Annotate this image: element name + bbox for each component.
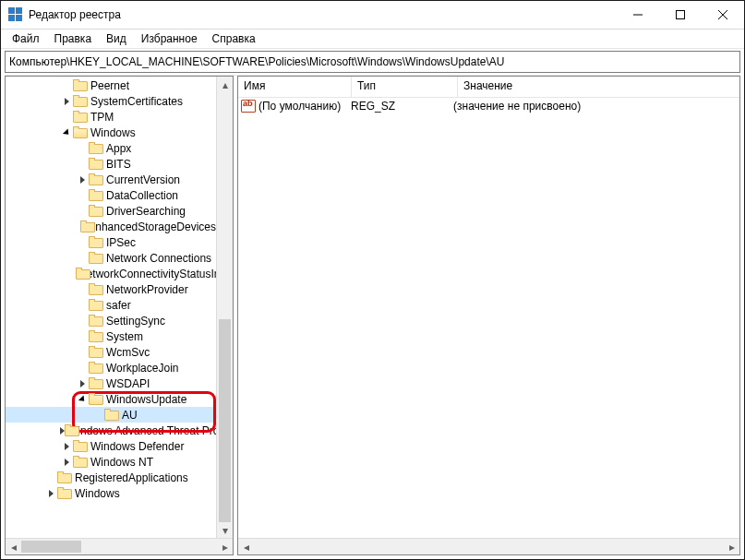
expand-icon[interactable]	[44, 490, 57, 497]
folder-icon	[73, 79, 88, 91]
tree-item[interactable]: Windows Advanced Threat Protection	[6, 423, 216, 438]
registry-tree[interactable]: PeernetSystemCertificatesTPMWindowsAppxB…	[6, 77, 233, 538]
string-value-icon	[241, 100, 256, 113]
expand-icon[interactable]	[60, 459, 73, 466]
folder-icon	[89, 377, 103, 389]
folder-icon	[89, 189, 103, 201]
folder-icon	[89, 283, 103, 295]
folder-icon	[89, 330, 103, 342]
close-button[interactable]	[702, 1, 744, 29]
tree-item[interactable]: DriverSearching	[6, 203, 216, 219]
tree-item-label: IPSec	[106, 236, 136, 249]
tree-item[interactable]: NetworkProvider	[6, 281, 216, 297]
scroll-right-icon[interactable]: ▸	[217, 539, 233, 554]
tree-item[interactable]: WindowsUpdate	[6, 391, 216, 407]
tree-item[interactable]: BITS	[6, 156, 216, 172]
address-bar[interactable]: Компьютер\HKEY_LOCAL_MACHINE\SOFTWARE\Po…	[5, 51, 740, 73]
folder-icon	[89, 173, 103, 185]
main-pane: PeernetSystemCertificatesTPMWindowsAppxB…	[5, 75, 740, 555]
tree-item-label: Appx	[106, 142, 131, 155]
expand-icon[interactable]	[60, 443, 73, 450]
col-value[interactable]: Значение	[458, 77, 739, 97]
scroll-left-icon[interactable]: ◂	[6, 539, 21, 554]
folder-icon	[89, 142, 103, 154]
tree-item[interactable]: RegisteredApplications	[6, 470, 216, 485]
tree-item[interactable]: Windows	[6, 125, 216, 140]
tree-item[interactable]: Windows Defender	[6, 438, 216, 454]
folder-icon	[89, 236, 103, 248]
svg-rect-1	[677, 11, 685, 19]
tree-item-label: Peernet	[90, 79, 129, 92]
tree-vscroll[interactable]: ▴ ▾	[216, 77, 233, 538]
menu-edit[interactable]: Правка	[47, 30, 100, 47]
folder-icon	[89, 205, 103, 217]
titlebar[interactable]: Редактор реестра	[1, 1, 744, 30]
value-row[interactable]: (По умолчанию) REG_SZ (значение не присв…	[238, 98, 739, 113]
expand-icon[interactable]	[76, 176, 89, 184]
tree-item-label: Windows NT	[90, 456, 153, 469]
tree-item[interactable]: WorkplaceJoin	[6, 360, 216, 375]
tree-item[interactable]: AU	[6, 407, 216, 423]
values-list[interactable]: (По умолчанию) REG_SZ (значение не присв…	[238, 98, 739, 538]
tree-item-label: WorkplaceJoin	[106, 362, 178, 375]
tree-item-label: NetworkConnectivityStatusIndicator	[78, 268, 216, 280]
expand-icon[interactable]	[60, 129, 73, 137]
tree-item[interactable]: TPM	[6, 109, 216, 125]
folder-icon	[89, 299, 103, 311]
scroll-right-icon[interactable]: ▸	[724, 539, 739, 554]
menu-view[interactable]: Вид	[99, 30, 134, 47]
folder-icon	[73, 111, 88, 123]
tree-item[interactable]: NetworkConnectivityStatusIndicator	[6, 266, 216, 281]
tree-item[interactable]: Network Connections	[6, 250, 216, 266]
values-pane: Имя Тип Значение (По умолчанию) REG_SZ (…	[237, 76, 740, 555]
tree-item-label: SystemCertificates	[90, 95, 183, 108]
values-hscroll[interactable]: ◂ ▸	[238, 538, 739, 554]
tree-item-label: System	[106, 330, 143, 343]
tree-pane: PeernetSystemCertificatesTPMWindowsAppxB…	[5, 76, 234, 555]
tree-item[interactable]: Windows NT	[6, 454, 216, 470]
menu-favorites[interactable]: Избранное	[134, 30, 205, 47]
tree-item[interactable]: WcmSvc	[6, 344, 216, 360]
maximize-button[interactable]	[659, 1, 702, 29]
tree-item[interactable]: IPSec	[6, 234, 216, 250]
value-type: REG_SZ	[348, 100, 451, 113]
expand-icon[interactable]	[76, 396, 89, 403]
folder-icon	[73, 456, 88, 468]
folder-icon	[57, 471, 72, 483]
expand-icon[interactable]	[76, 380, 89, 387]
tree-item-label: Windows	[90, 126, 136, 139]
scroll-thumb[interactable]	[21, 541, 81, 553]
expand-icon[interactable]	[60, 98, 73, 105]
scroll-up-icon[interactable]: ▴	[217, 77, 233, 92]
column-headers[interactable]: Имя Тип Значение	[238, 77, 739, 98]
menu-help[interactable]: Справка	[205, 30, 263, 47]
minimize-button[interactable]	[617, 1, 659, 29]
scroll-down-icon[interactable]: ▾	[217, 522, 233, 538]
folder-icon	[104, 409, 119, 421]
folder-icon	[89, 158, 103, 170]
tree-item[interactable]: DataCollection	[6, 187, 216, 203]
tree-item[interactable]: System	[6, 328, 216, 344]
tree-item[interactable]: EnhancedStorageDevices	[6, 219, 216, 234]
tree-item[interactable]: SettingSync	[6, 313, 216, 328]
tree-item-label: DriverSearching	[106, 205, 186, 218]
tree-item-label: safer	[106, 299, 131, 312]
tree-item[interactable]: CurrentVersion	[6, 172, 216, 187]
window-controls	[617, 1, 744, 29]
tree-hscroll[interactable]: ◂ ▸	[6, 538, 233, 554]
tree-item[interactable]: WSDAPI	[6, 375, 216, 391]
tree-item[interactable]: Appx	[6, 140, 216, 156]
regedit-icon	[8, 7, 23, 22]
folder-icon	[89, 362, 103, 374]
tree-item-label: Windows Defender	[90, 440, 184, 453]
scroll-thumb[interactable]	[219, 319, 231, 522]
scroll-left-icon[interactable]: ◂	[238, 539, 254, 554]
tree-item[interactable]: safer	[6, 297, 216, 313]
folder-icon	[89, 252, 103, 264]
tree-item[interactable]: Windows	[6, 485, 216, 501]
tree-item[interactable]: SystemCertificates	[6, 93, 216, 109]
col-type[interactable]: Тип	[352, 77, 458, 97]
col-name[interactable]: Имя	[238, 77, 352, 97]
menu-file[interactable]: Файл	[5, 30, 47, 47]
tree-item[interactable]: Peernet	[6, 77, 216, 93]
